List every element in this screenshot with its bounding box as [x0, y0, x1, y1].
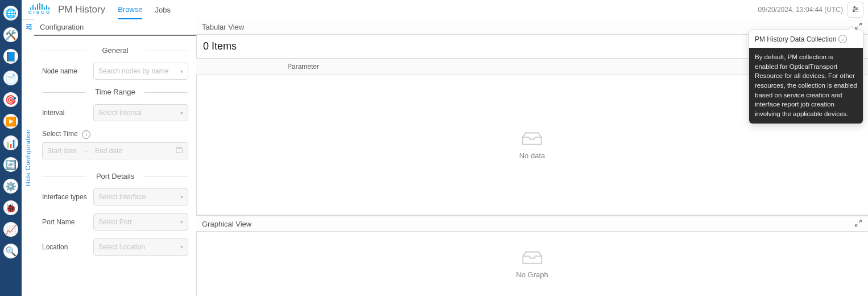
chevron-down-icon: ▾ — [180, 194, 183, 200]
tab-browse[interactable]: Browse — [118, 1, 142, 19]
rail-item-10[interactable]: 📈 — [3, 222, 18, 237]
rail-item-9[interactable]: 🐞 — [3, 200, 18, 215]
sliders-icon — [852, 5, 859, 15]
interval-label: Interval — [42, 109, 93, 117]
interval-placeholder: Select Interval — [98, 109, 142, 117]
port-name-label: Port Name — [42, 218, 93, 226]
svg-point-5 — [853, 10, 854, 11]
port-name-select[interactable]: Select Port ▾ — [93, 213, 188, 231]
arrow-right-icon: → — [82, 147, 89, 155]
svg-point-11 — [30, 28, 31, 29]
configuration-title: Configuration — [34, 19, 196, 36]
rail-item-11[interactable]: 🔍 — [3, 244, 18, 258]
inbox-icon — [519, 131, 544, 148]
tabular-view-title: Tabular View — [202, 23, 244, 31]
svg-rect-12 — [176, 147, 183, 153]
cisco-word: CISCO — [26, 10, 53, 15]
rail-item-2[interactable]: 📘 — [3, 49, 18, 64]
app-title: PM History — [58, 4, 105, 15]
table-empty-state: No data — [519, 131, 545, 160]
tab-jobs[interactable]: Jobs — [155, 1, 170, 19]
interval-select[interactable]: Select Interval ▾ — [93, 104, 188, 121]
svg-line-16 — [859, 23, 861, 25]
node-name-select[interactable]: Search nodes by name ▾ — [93, 63, 188, 80]
section-time-range: Time Range — [42, 88, 188, 96]
col-parameter: Parameter — [287, 63, 319, 71]
end-date-placeholder: End date — [95, 147, 122, 155]
rail-item-3[interactable]: 📄 — [3, 71, 18, 85]
location-placeholder: Select Location — [98, 243, 145, 251]
toggle-config-icon[interactable] — [25, 23, 33, 32]
graph-empty-text: No Graph — [516, 270, 548, 278]
top-header: CISCO PM History Browse Jobs 09/20/2024,… — [22, 0, 868, 20]
configuration-panel: Configuration General Node name Search n… — [34, 19, 197, 296]
cisco-logo: CISCO — [26, 3, 53, 17]
inbox-icon — [520, 249, 545, 266]
rail-item-6[interactable]: 📊 — [3, 135, 18, 150]
location-label: Location — [42, 243, 93, 251]
section-port-details: Port Details — [42, 172, 188, 180]
interface-types-label: Interface types — [42, 193, 93, 201]
graphical-view: Graphical View No Graph — [196, 216, 868, 296]
info-icon[interactable]: i — [838, 35, 847, 43]
graph-empty-state: No Graph — [516, 249, 548, 278]
svg-point-10 — [27, 26, 28, 27]
svg-line-18 — [859, 220, 861, 222]
rail-item-8[interactable]: ⚙️ — [3, 179, 18, 194]
settings-button[interactable] — [848, 2, 863, 18]
hide-config-link[interactable]: Hide Configuration — [24, 129, 31, 186]
node-name-placeholder: Search nodes by name — [98, 67, 168, 75]
popover-title-row: PM History Data Collection i — [749, 30, 863, 48]
interface-types-placeholder: Select Interface — [98, 193, 146, 201]
chevron-down-icon: ▾ — [180, 219, 183, 225]
chevron-down-icon: ▾ — [180, 110, 183, 116]
pm-history-popover: PM History Data Collection i By default,… — [749, 30, 863, 124]
table-empty-text: No data — [519, 151, 545, 160]
chevron-down-icon: ▾ — [180, 68, 183, 75]
chevron-down-icon: ▾ — [180, 244, 183, 250]
svg-line-19 — [855, 224, 858, 226]
select-time-label: Select Time — [42, 130, 78, 138]
popover-title: PM History Data Collection — [755, 35, 836, 43]
header-timestamp: 09/20/2024, 13:04:44 (UTC) — [758, 6, 843, 14]
svg-point-9 — [30, 24, 31, 25]
start-date-placeholder: Start date — [47, 147, 77, 155]
calendar-icon — [175, 146, 183, 155]
node-name-label: Node name — [42, 67, 93, 75]
graphical-view-title: Graphical View — [202, 220, 251, 228]
rail-item-7[interactable]: 🔄 — [3, 157, 18, 172]
left-nav-rail: 🌐 🛠️ 📘 📄 🎯 ▶️ 📊 🔄 ⚙️ 🐞 📈 🔍 — [0, 0, 22, 296]
graphical-view-header: Graphical View — [196, 216, 868, 232]
svg-point-3 — [854, 6, 855, 7]
popover-body: By default, PM collection is enabled for… — [749, 48, 863, 124]
expand-icon[interactable] — [854, 219, 862, 229]
interface-types-select[interactable]: Select Interface ▾ — [93, 188, 188, 205]
port-name-placeholder: Select Port — [98, 218, 132, 226]
rail-item-5[interactable]: ▶️ — [3, 114, 18, 129]
info-icon[interactable]: i — [82, 130, 90, 139]
rail-item-4[interactable]: 🎯 — [3, 92, 18, 107]
graph-body: No Graph — [196, 232, 868, 296]
date-range-picker[interactable]: Start date → End date — [42, 142, 188, 159]
hide-config-strip: Hide Configuration — [22, 19, 35, 296]
location-select[interactable]: Select Location ▾ — [93, 239, 188, 256]
svg-line-17 — [855, 27, 858, 29]
section-general: General — [42, 46, 188, 55]
rail-item-0[interactable]: 🌐 — [3, 6, 18, 20]
rail-item-1[interactable]: 🛠️ — [3, 27, 18, 42]
svg-point-4 — [856, 8, 857, 9]
